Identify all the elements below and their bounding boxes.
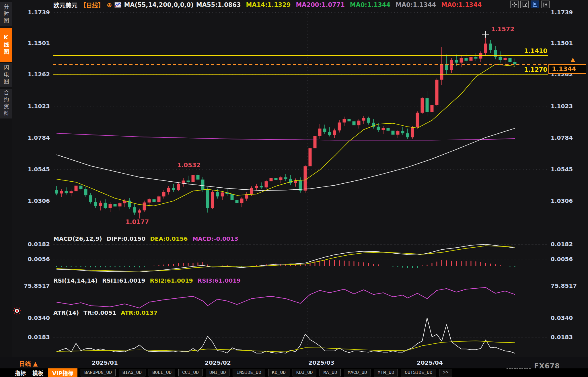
bottom-tab-macd_ud[interactable]: MACD_UD [344,369,371,376]
period-label: 【日线】 [80,1,104,9]
timeline-row: 日线 ▲ 2025/012025/022025/032025/04 [0,357,588,369]
symbol-name: 欧元美元 [53,1,77,9]
macd-title: MACD(26,12,9) [53,235,102,242]
axis-label: 1.1023 [551,102,587,110]
bottom-tab-dmi_ud[interactable]: DMI_UD [206,369,230,376]
ma-values: MA55:1.0863MA14:1.1329MA200:1.0771MA0:1.… [196,1,482,8]
alarm-sun-icon[interactable] [13,306,21,316]
move-icon[interactable] [510,1,519,8]
axis-label: 1.1262 [12,71,50,78]
ma-value-6: MA0:1.1344 [441,1,482,8]
axis-label: 1.1501 [551,39,587,47]
axis-label: 75.8517 [12,282,50,289]
ma-settings: MA(55,14,200,0,0,0) [124,1,193,8]
bottom-tab-barupdn_ud[interactable]: BARUPDN_UD [81,369,116,376]
resistance-lower-label: 1.1270 [516,66,547,73]
axis-label: 1.1501 [12,39,50,47]
swing-high-label: 1.0532 [177,162,200,169]
swing-low-label: 1.0177 [126,219,149,226]
date-label: 2025/04 [417,359,443,366]
macd-macd-value: MACD:-0.0013 [192,235,238,242]
axis-label: 0.0056 [551,255,587,263]
period-up-triangle-icon: ▲ [33,360,38,367]
rsi2-value: RSI2:61.0019 [150,277,193,284]
atr-tr-value: TR:0.0051 [83,309,116,316]
axis-label: 1.0306 [551,197,587,205]
macd-panel-header: MACD(26,12,9) DIFF:0.0150 DEA:0.0156 MAC… [53,235,238,242]
bottom-tab-template[interactable]: 模板 [31,369,45,377]
append-panel-icon[interactable] [541,1,550,8]
trading-terminal: { "header": { "symbol": "欧元美元", "period"… [0,0,588,377]
bottom-tab-cci_ud[interactable]: CCI_UD [178,369,203,376]
candlestick-chart[interactable] [0,0,588,377]
axis-chart-icon[interactable] [520,1,529,8]
axis-label: 0.0183 [12,333,50,341]
ma-value-3: MA200:1.0771 [296,1,344,8]
watermark: FX678 [534,362,560,370]
bottom-tab-kdj_ud[interactable]: KDJ_UD [293,369,317,376]
plus-circle-icon[interactable]: ⊕ [107,1,112,9]
last-price-tag: 1.1344 [548,64,586,74]
sidebar-tab-1[interactable]: 分时图 [0,2,12,26]
bottom-tab-ma_ud[interactable]: MA_UD [320,369,341,376]
date-label: 2025/02 [205,359,231,366]
bottom-tab-more[interactable]: >> [439,369,452,376]
axis-flag-icon-active[interactable] [531,1,539,8]
rsi3-value: RSI3:61.0019 [198,277,241,284]
bottom-tab-bias_ud[interactable]: BIAS_UD [119,369,145,376]
axis-label: 1.1739 [12,9,50,16]
bottom-tab-mtm_ud[interactable]: MTM_UD [374,369,398,376]
rsi1-value: RSI1:61.0019 [102,277,145,284]
chart-type-sidebar: 分时图K线图闪电图合约资料 [0,0,12,357]
axis-label: 1.0784 [12,134,50,141]
axis-label: 1.0306 [12,197,50,205]
sidebar-tab-3[interactable]: 闪电图 [0,63,12,87]
date-label: 2025/03 [308,359,334,366]
sidebar-tab-4[interactable]: 合约资料 [0,89,12,118]
rsi-title: RSI(14,14,14) [53,277,98,284]
axis-label: 0.0183 [551,333,587,341]
bottom-tab-indicator[interactable]: 指标 [13,369,28,377]
atr-panel-header: ATR(14) TR:0.0051 ATR:0.0137 [53,309,157,316]
axis-label: 0.0182 [551,240,587,248]
axis-label: 0.0340 [551,314,587,322]
macd-dea-value: DEA:0.0156 [150,235,188,242]
up-arrow-marker: ▲ [571,57,575,62]
ma-value-2: MA14:1.1329 [246,1,291,8]
axis-label: 1.0545 [12,166,50,173]
bottom-tab-inside_ud[interactable]: INSIDE_UD [233,369,265,376]
axis-label: 1.0784 [551,134,587,141]
chart-header: 欧元美元 【日线】 ⊕ MA(55,14,200,0,0,0) MA55:1.0… [53,1,482,9]
ma-value-4: MA0:1.1344 [350,1,390,8]
sidebar-tab-2[interactable]: K线图 [0,28,12,62]
axis-label: 1.0545 [551,166,587,173]
peak-high-label: 1.1572 [491,26,514,33]
bottom-tab-boll_ud[interactable]: BOLL_UD [149,369,175,376]
axis-label: 75.8517 [551,282,587,289]
watermark-dash [507,368,531,369]
indicator-tab-bar: 指标模板VIP指标BARUPDN_UDBIAS_UDBOLL_UDCCI_UDD… [0,368,588,377]
atr-atr-value: ATR:0.0137 [121,309,157,316]
axis-label: 0.0182 [12,240,50,248]
resistance-upper-label: 1.1410 [516,48,547,55]
axis-label: 1.1739 [551,9,587,16]
ma-value-5: MA0:1.1344 [396,1,436,8]
ma-value-1: MA55:1.0863 [196,1,241,8]
rsi-panel-header: RSI(14,14,14) RSI1:61.0019 RSI2:61.0019 … [53,277,241,284]
date-label: 2025/01 [92,359,118,366]
bottom-tab-kd_ud[interactable]: KD_UD [268,369,289,376]
atr-title: ATR(14) [53,309,79,316]
period-selector[interactable]: 日线 ▲ [19,359,38,368]
axis-label: 1.1023 [12,102,50,110]
bottom-tab-vip-active[interactable]: VIP指标 [48,368,77,377]
chart-toolbar [510,1,550,8]
bottom-tab-outside_ud[interactable]: OUTSIDE_UD [401,369,436,376]
axis-label: 0.0056 [12,255,50,263]
mini-chart-icon[interactable] [114,2,121,8]
macd-diff-value: DIFF:0.0150 [107,235,145,242]
